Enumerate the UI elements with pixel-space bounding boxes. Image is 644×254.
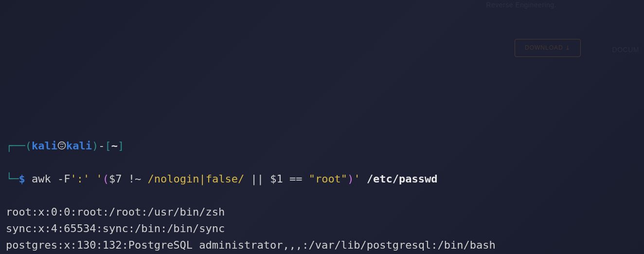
prompt-user: kali <box>32 140 57 152</box>
prompt-host: kali <box>66 140 92 152</box>
kali-icon <box>57 140 66 152</box>
bg-download-button: DOWNLOAD ⤓ <box>515 39 581 57</box>
cmd-awk: awk <box>32 173 51 185</box>
command-line-1: └─$ awk -F':' '($7 !~ /nologin|false/ ||… <box>6 171 638 187</box>
output-line: sync:x:4:65534:sync:/bin:/bin/sync <box>6 222 225 235</box>
bg-docum-text: DOCUM <box>612 45 639 55</box>
prompt-path: ~ <box>111 140 118 152</box>
terminal[interactable]: ┌──(kalikali)-[~] └─$ awk -F':' '($7 !~ … <box>6 138 638 254</box>
cmd-file-arg: /etc/passwd <box>367 173 438 185</box>
bg-faded-text: Reverse Engineering. <box>486 0 556 11</box>
output-line: root:x:0:0:root:/root:/usr/bin/zsh <box>6 206 225 218</box>
svg-point-0 <box>58 142 65 149</box>
prompt-line-1: ┌──(kalikali)-[~] <box>6 138 638 154</box>
output-line: postgres:x:130:132:PostgreSQL administra… <box>6 239 496 251</box>
